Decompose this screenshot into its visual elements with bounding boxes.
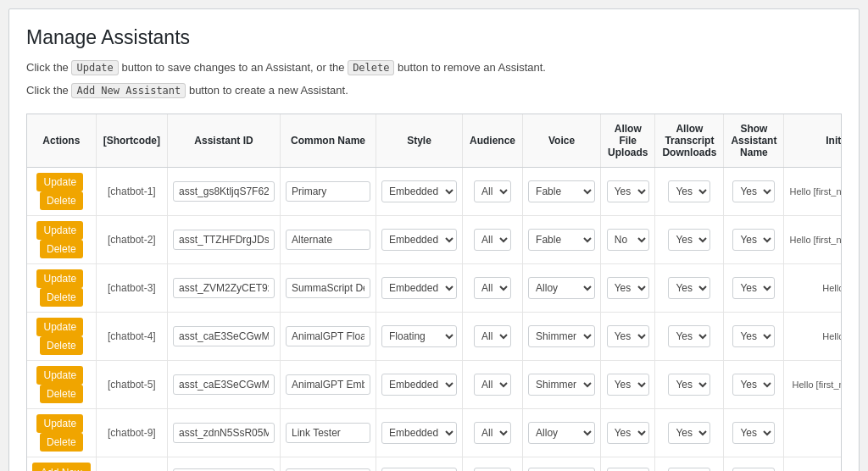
new-asst-id-input[interactable] <box>173 468 275 471</box>
delete-button[interactable]: Delete <box>40 385 83 403</box>
shortcode-cell: [chatbot-2] <box>96 215 167 263</box>
update-button[interactable]: Update <box>36 366 83 385</box>
delete-button[interactable]: Delete <box>40 288 83 307</box>
add-new-assistant-button[interactable]: Add New Assistant <box>32 463 91 471</box>
voice-select[interactable]: FableAlloyShimmerEchoNovaOnyx <box>528 374 595 396</box>
audience-select[interactable]: All <box>474 325 511 347</box>
common-name-input[interactable] <box>286 230 370 250</box>
table-row: Update Delete [chatbot-9]EmbeddedFloatin… <box>27 408 842 457</box>
new-style-select[interactable]: EmbeddedFloating <box>381 468 457 471</box>
asst-id-input[interactable] <box>173 423 275 443</box>
table-row: Update Delete [chatbot-3]EmbeddedFloatin… <box>27 263 842 312</box>
shortcode-cell: [chatbot-4] <box>96 312 167 360</box>
new-transcript-select[interactable]: YesNo <box>668 468 710 471</box>
file-uploads-select[interactable]: YesNo <box>607 422 649 444</box>
th-actions: Actions <box>27 114 96 168</box>
update-button[interactable]: Update <box>36 318 83 336</box>
transcript-downloads-select[interactable]: YesNo <box>668 422 710 444</box>
page-title: Manage Assistants <box>26 26 842 49</box>
th-show-name: Show Assistant Name <box>724 114 784 168</box>
common-name-input[interactable] <box>286 278 370 298</box>
common-name-input[interactable] <box>286 374 370 395</box>
style-select[interactable]: EmbeddedFloating <box>381 374 457 396</box>
style-select[interactable]: EmbeddedFloating <box>381 229 457 251</box>
new-show-name-select[interactable]: YesNo <box>732 468 775 471</box>
shortcode-cell: [chatbot-3] <box>96 263 167 312</box>
th-voice: Voice <box>523 114 601 168</box>
update-button[interactable]: Update <box>36 414 83 433</box>
new-common-name-input[interactable] <box>286 468 370 471</box>
file-uploads-select[interactable]: YesNo <box>607 277 649 299</box>
assistants-table-container: Actions [Shortcode] Assistant ID Common … <box>26 114 842 471</box>
transcript-downloads-select[interactable]: YesNo <box>668 325 710 347</box>
file-uploads-select[interactable]: YesNo <box>607 325 649 347</box>
update-button[interactable]: Update <box>36 269 83 288</box>
transcript-downloads-select[interactable]: YesNo <box>668 277 710 299</box>
initial-greet-text: Hello [first_nam am the Kognet <box>789 186 842 197</box>
instruction-2: Click the Add New Assistant button to cr… <box>26 82 842 100</box>
initial-greet-text: Hello [first_nan can I help you <box>792 380 842 390</box>
show-name-select[interactable]: YesNo <box>732 180 775 202</box>
asst-id-input[interactable] <box>173 374 275 395</box>
initial-greet-text: Hello [first_nan <box>822 283 842 293</box>
show-name-select[interactable]: YesNo <box>732 325 775 347</box>
transcript-downloads-select[interactable]: YesNo <box>668 229 710 251</box>
initial-greet-text: Hello [first_nam am the Kognet <box>789 235 842 245</box>
audience-select[interactable]: All <box>474 180 511 202</box>
shortcode-cell: [chatbot-9] <box>96 408 167 457</box>
asst-id-input[interactable] <box>173 230 275 250</box>
update-button[interactable]: Update <box>36 173 83 191</box>
table-row: Update Delete [chatbot-4]EmbeddedFloatin… <box>27 312 842 360</box>
file-uploads-select[interactable]: YesNo <box>607 374 649 396</box>
delete-button[interactable]: Delete <box>40 240 83 258</box>
th-file-uploads: Allow File Uploads <box>601 114 655 168</box>
audience-select[interactable]: All <box>474 229 511 251</box>
voice-select[interactable]: FableAlloyShimmerEchoNovaOnyx <box>528 422 595 444</box>
table-row: Update Delete [chatbot-1]EmbeddedFloatin… <box>27 167 842 215</box>
voice-select[interactable]: FableAlloyShimmerEchoNovaOnyx <box>528 325 595 347</box>
show-name-select[interactable]: YesNo <box>732 374 775 396</box>
voice-select[interactable]: FableAlloyShimmerEchoNovaOnyx <box>528 180 595 202</box>
audience-select[interactable]: All <box>474 422 511 444</box>
update-button[interactable]: Update <box>36 221 83 240</box>
voice-select[interactable]: FableAlloyShimmerEchoNovaOnyx <box>528 229 595 251</box>
new-file-uploads-select[interactable]: YesNo <box>607 468 649 471</box>
new-voice-select[interactable]: FableAlloyShimmerEchoNovaOnyx <box>528 468 595 471</box>
transcript-downloads-select[interactable]: YesNo <box>668 374 710 396</box>
transcript-downloads-select[interactable]: YesNo <box>668 180 710 202</box>
asst-id-input[interactable] <box>173 181 275 202</box>
delete-button[interactable]: Delete <box>40 191 83 210</box>
asst-id-input[interactable] <box>173 278 275 298</box>
th-transcript-downloads: Allow Transcript Downloads <box>655 114 724 168</box>
assistants-table: Actions [Shortcode] Assistant ID Common … <box>27 114 842 471</box>
style-select[interactable]: EmbeddedFloating <box>381 180 457 202</box>
show-name-select[interactable]: YesNo <box>732 422 775 444</box>
style-select[interactable]: EmbeddedFloating <box>381 277 457 299</box>
new-assistant-row: Add New AssistantNewEmbeddedFloatingAllF… <box>27 457 842 471</box>
style-select[interactable]: EmbeddedFloating <box>381 422 457 444</box>
common-name-input[interactable] <box>286 423 370 443</box>
table-row: Update Delete [chatbot-5]EmbeddedFloatin… <box>27 360 842 408</box>
file-uploads-select[interactable]: YesNo <box>607 180 649 202</box>
th-common-name: Common Name <box>281 114 376 168</box>
voice-select[interactable]: FableAlloyShimmerEchoNovaOnyx <box>528 277 595 299</box>
common-name-input[interactable] <box>286 326 370 346</box>
show-name-select[interactable]: YesNo <box>732 277 775 299</box>
audience-select[interactable]: All <box>474 374 511 396</box>
common-name-input[interactable] <box>286 181 370 202</box>
table-header-row: Actions [Shortcode] Assistant ID Common … <box>27 114 842 168</box>
delete-button[interactable]: Delete <box>40 336 83 355</box>
shortcode-cell: [chatbot-1] <box>96 167 167 215</box>
initial-greet-text: Hello [first_nan <box>822 331 842 341</box>
th-shortcode: [Shortcode] <box>96 114 167 168</box>
th-asst-id: Assistant ID <box>168 114 281 168</box>
style-select[interactable]: EmbeddedFloating <box>381 325 457 347</box>
audience-select[interactable]: All <box>474 277 511 299</box>
delete-button[interactable]: Delete <box>40 433 83 452</box>
new-audience-select[interactable]: All <box>474 468 511 471</box>
shortcode-cell: [chatbot-5] <box>96 360 167 408</box>
asst-id-input[interactable] <box>173 326 275 346</box>
show-name-select[interactable]: YesNo <box>732 229 775 251</box>
instruction-1: Click the Update button to save changes … <box>26 59 842 77</box>
file-uploads-select[interactable]: YesNo <box>607 229 649 251</box>
